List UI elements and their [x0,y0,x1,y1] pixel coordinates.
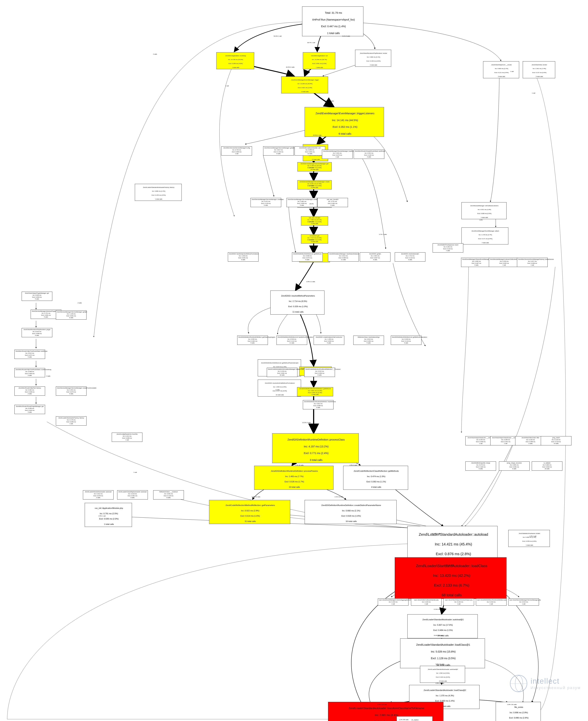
node-get-parameters[interactable]: Zend\Code\Reflection\MethodReflection::g… [209,500,290,524]
tiny-node-25[interactable]: Zend\ServiceManager\ServiceManager::crea… [56,386,86,396]
edge-label-22: 4.3% 15 calls [436,682,444,684]
tiny-node-8[interactable]: Zend\Di\Di::handleInjectionMethodForInst… [228,252,258,261]
edge-label-3: 44.9% 6 calls [286,66,295,68]
edge-label-31: 1 call [226,85,229,87]
watermark: intellect Искусственный разум [510,675,581,692]
edge-label-30: 2 calls [153,54,157,55]
node-process-params[interactable]: Zend\Di\Definition\RuntimeDefinition::pr… [254,466,334,490]
tiny-node-1[interactable]: Zend\ServiceManager\ServiceManager::get@… [263,146,294,155]
node-y-mid[interactable]: Zend\Di\Definition\RuntimeDefinition::ge… [297,387,333,396]
tiny-node-47[interactable]: load::Zend/ServiceManager/ServiceManager… [508,598,539,606]
tiny-node-21[interactable]: Zend\Mvc\Router\Http\TreeRouteStack::rou… [15,368,45,377]
edge-label-16: 2.1% 16 calls [335,496,343,498]
edge-label-9: 25.1% [310,221,314,222]
edge-label-13: 7.7% 16 calls [295,464,303,466]
tiny-node-23[interactable]: Zend\Mvc\Router\RoutePluginManager::get … [15,405,45,414]
tiny-node-5[interactable]: Zend\ServiceManager\ServiceManager::crea… [251,198,281,207]
tiny-node-11[interactable]: Zend\Di\Di::get@1 Inc: 2.841 ms Excl: 0.… [360,252,391,261]
edge-label-34: 2 calls [78,302,82,304]
node-bootstrap[interactable]: Zend\Mvc\Application::bootstrap Inc: 16.… [216,52,254,69]
node-view-render[interactable]: Zend\View\View::render Inc: 2.341 ms (7.… [523,61,555,78]
tiny-node-16[interactable]: Zend\Stdlib\PriorityQueue::insert Inc: 0… [433,243,463,253]
node-em-trigger[interactable]: Zend\EventManager\EventManager::trigger … [281,77,328,93]
tiny-node-4[interactable]: Zend\Mvc\Router\SimpleRouteStack::addRou… [354,150,384,159]
node-cuf2[interactable]: call_user_func@2 Inc: 7.983 ms (25.1%) E… [301,216,328,226]
tiny-node-45[interactable]: load::Zend/View/Helper/AbstractHelper.ph… [443,598,474,606]
edge-label-17: 45.4% 67 calls [432,533,441,534]
edge-label-26: 2.5% 1 call [99,515,105,517]
edge-label-20: 15.8% 34 calls [434,635,443,636]
tiny-node-33[interactable]: Zend\Di\Di::createInstanceViaConstructor… [314,336,344,345]
node-trigger-listeners[interactable]: Zend\EventManager\EventManager::triggerL… [304,107,384,137]
tiny-node-3[interactable]: Zend\ModuleManager\ModuleManager::loadMo… [322,150,353,159]
tiny-node-43[interactable]: load::Zend/EventManager/ListenerAggregat… [378,598,408,606]
node-is-valid[interactable]: Zend\Validator\Hostname::isValid Inc: 0.… [508,530,550,547]
tiny-node-26[interactable]: Zend\Loader\AutoloaderFactory::factory I… [56,416,86,426]
tiny-node-18[interactable]: Zend\ModuleManager\Listener\OnBootstrapL… [489,258,520,267]
tiny-node-29[interactable]: Zend\Loader\ClassMapAutoloader::autoload… [117,490,148,500]
tiny-node-6[interactable]: Zend\ServiceManager\ServiceManager::crea… [287,198,317,207]
edge-label-5: 29.5% 6 calls [313,134,321,136]
node-render[interactable]: Zend\View\Renderer\PhpRenderer::render I… [355,50,391,67]
node-autoloader-factory[interactable]: Zend\Loader\StandardAutoloaderFactory::f… [135,184,182,201]
tiny-node-24[interactable]: Zend\ServiceManager\ServiceManager::get@… [56,311,86,320]
tiny-node-42[interactable]: is_callable Inc: 0.064 ms Excl: 0.064 ms… [532,462,562,471]
tiny-node-48[interactable]: Zend\Code\Annotation\AnnotationManager::… [267,368,297,377]
tiny-node-17[interactable]: Zend\EventManager\SharedEventManager::at… [461,258,492,267]
node-get-methods[interactable]: Zend\Code\Reflection\ClassReflection::ge… [343,466,408,490]
node-load-class[interactable]: Zend\Loader\StandardAutoloader::loadClas… [395,557,506,599]
tiny-node-44[interactable]: load::Zend/Stdlib/CallbackHandler.php In… [411,598,442,606]
edge-label-19: 17.6% 34 calls [434,609,443,610]
tiny-node-19[interactable]: Zend\Mvc\Service\EventManagerFactory::cr… [517,258,548,267]
node-resolve-call[interactable]: Zend\Di\Di::resolveAndCallMethodForInsta… [258,380,301,397]
tiny-node-7[interactable]: call_user_func@3 Inc: 3.721 ms Excl: 0.0… [317,198,348,207]
node-sm-get[interactable]: Zend\ServiceManager\ServiceManager::get … [297,162,332,171]
node-em-attach[interactable]: Zend\EventManager\EventManager::attach I… [461,228,508,245]
edge-label-15: 2.9% 31 calls [252,496,260,498]
node-run-init[interactable]: run_init::Application/Module.php Inc: 0.… [85,503,132,527]
edge-label-25: 1.2% 245 calls [399,719,408,720]
node-autoload-2[interactable]: Zend\Loader\StandardAutoloader::autoload… [420,666,465,683]
tiny-node-46[interactable]: load::Zend/Di/Definition/RuntimeDefiniti… [476,598,506,606]
tiny-node-28[interactable]: Zend\Loader\ModuleAutoloader::autoload I… [83,490,113,500]
tiny-node-50[interactable]: Zend\Di\Definition\RuntimeDefinition::ha… [303,400,334,409]
tiny-node-13[interactable]: Zend\View\HelperPluginManager::get Inc: … [22,292,52,301]
tiny-node-15[interactable]: Zend\View\Renderer\PhpRenderer::plugin I… [22,328,52,337]
tiny-node-30[interactable]: ReflectionClass::__construct Inc: 0.481 … [153,490,184,500]
tiny-node-10[interactable]: Zend\Di\InstanceManager::hasSharedInstan… [328,252,359,261]
root-title: Total: 31.79 ms [325,12,342,14]
edge-label-18: 42.2% 68 calls [444,564,454,566]
tiny-node-39[interactable]: preg_match Inc: 0.118 ms Excl: 0.118 ms … [541,436,571,445]
tiny-node-49[interactable]: Zend\Code\Reflection\DocBlockReflection:… [304,368,335,377]
node-sm-create[interactable]: Zend\ServiceManager\ServiceManager::crea… [297,180,332,189]
tiny-node-0[interactable]: Zend\Mvc\Service\ServiceManagerConfig In… [222,146,252,155]
edge-label-14: 1.5% 4 calls [349,464,357,466]
tiny-node-27[interactable]: Zend\Config\Reader\Ini::fromFile Inc: 0.… [112,432,142,442]
tiny-node-41[interactable]: array_merge_recursive Inc: 0.081 ms Excl… [499,462,530,471]
tiny-node-31[interactable]: Zend\Di\Definition\DefinitionList::hasMe… [276,336,307,345]
edge-label-28: 1 call [510,71,514,72]
node-resolve-method-params[interactable]: Zend\Di\Di::resolveMethodParameters Inc:… [270,291,324,315]
tiny-node-34[interactable]: ReflectionClass::newInstanceArgs Inc: 0.… [353,336,384,345]
edge-label-1: 38.7% 1 call [307,42,315,43]
tiny-node-40[interactable]: Zend\Stdlib\ArrayUtils::merge Inc: 0.274… [465,462,496,471]
node-file-exists[interactable]: file_exists Inc: 0.896 ms (2.8%) Excl: 0… [496,702,541,721]
tiny-node-35[interactable]: Zend\Di\Definition\DefinitionList::getMe… [391,336,421,345]
node-set-callback[interactable]: Zend\ModuleManager::setCallbackListeners… [461,202,506,219]
tiny-node-20[interactable]: Zend\Mvc\Router\Http\TreeRouteStack::add… [15,350,45,359]
tiny-node-22[interactable]: Zend\Mvc\Router\Http\Part::factory Inc: … [15,386,45,396]
edge-label-6: 29.1% [310,167,314,169]
node-create-distinct[interactable]: Zend\Di\Definition\RuntimeDefinition::cr… [304,500,397,524]
tiny-node-32[interactable]: Zend\Di\Definition\RuntimeDefinition::ge… [237,336,268,345]
diagram-viewport: Total: 31.79 ms XHProf Run (Namespace=xh… [0,0,588,721]
edge-label-24: 2.8% 116 calls [507,704,517,705]
edge-label-10: 23.6% [310,239,314,241]
node-process-class[interactable]: Zend\Di\Definition\RuntimeDefinition::pr… [272,433,359,463]
tiny-node-2[interactable]: Zend\Stdlib\CallbackHandler::call Inc: 0… [295,146,325,155]
root-node[interactable]: Total: 31.79 ms XHProf Run (Namespace=xh… [302,6,363,36]
node-url-invoke[interactable]: Zend\View\Helper\Url::__invoke Inc: 0.98… [483,61,519,78]
node-di-get[interactable]: Zend\Di\Di::get Inc: 7.514 ms (23.6%) Ex… [301,234,328,243]
tiny-node-9[interactable]: Zend\Di\Definition\DefinitionList::getMe… [292,252,323,261]
node-run[interactable]: Zend\Mvc\Application::run Inc: 12.294 ms… [303,52,335,69]
tiny-node-12[interactable]: Zend\Di\Di::newInstance@1 Inc: 2.712 ms … [395,252,425,261]
